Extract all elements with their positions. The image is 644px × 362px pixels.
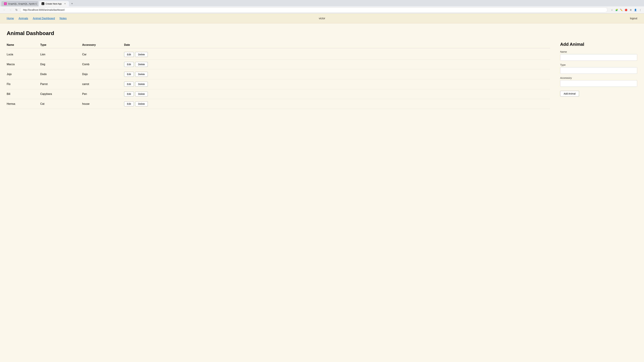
accessory-input[interactable] bbox=[560, 80, 637, 87]
cell-type: Parrot bbox=[40, 83, 82, 86]
forward-button[interactable]: → bbox=[8, 7, 13, 12]
cell-accessory: Comb bbox=[82, 63, 124, 66]
table-row: Lucia Lion Car Edit Delete bbox=[7, 50, 550, 59]
cell-actions: Edit Delete bbox=[124, 52, 158, 57]
cell-accessory: Dojo bbox=[82, 73, 124, 76]
tab-close-next[interactable]: ✕ bbox=[64, 2, 66, 5]
edit-button[interactable]: Edit bbox=[124, 62, 134, 67]
tab-label-graphql: GraphQL, GraphiQL, Apollo C bbox=[8, 2, 37, 5]
cell-accessory: Pen bbox=[82, 92, 124, 95]
cell-name: Lucia bbox=[7, 53, 40, 56]
extension-icon-2[interactable]: ✏️ bbox=[620, 8, 623, 12]
form-group-name: Name bbox=[560, 50, 637, 61]
type-input[interactable] bbox=[560, 67, 637, 74]
edit-button[interactable]: Edit bbox=[124, 91, 134, 96]
tab-bar: G GraphQL, GraphiQL, Apollo C ✕ ▲ Create… bbox=[0, 0, 644, 6]
edit-button[interactable]: Edit bbox=[124, 52, 134, 57]
delete-button[interactable]: Delete bbox=[135, 62, 148, 67]
cell-actions: Edit Delete bbox=[124, 101, 158, 106]
tab-favicon-next: ▲ bbox=[42, 2, 44, 5]
table-row: Jojo Dodo Dojo Edit Delete bbox=[7, 69, 550, 79]
nav-link-home[interactable]: Home bbox=[7, 17, 14, 20]
delete-button[interactable]: Delete bbox=[135, 52, 148, 57]
table-section: Name Type Accessory Date Lucia Lion Car … bbox=[7, 42, 550, 109]
nav-link-animal-dashboard[interactable]: Animal Dashboard bbox=[33, 17, 55, 20]
browser-chrome: G GraphQL, GraphiQL, Apollo C ✕ ▲ Create… bbox=[0, 0, 644, 13]
form-group-accessory: Accessory bbox=[560, 76, 637, 87]
back-button[interactable]: ← bbox=[2, 7, 7, 12]
nav-link-animals[interactable]: Animals bbox=[18, 17, 28, 20]
table-rows: Lucia Lion Car Edit Delete Macca Dog Com… bbox=[7, 50, 550, 109]
tab-graphql[interactable]: G GraphQL, GraphiQL, Apollo C ✕ bbox=[1, 1, 38, 6]
col-header-name: Name bbox=[7, 43, 40, 46]
table-header: Name Type Accessory Date bbox=[7, 42, 550, 48]
name-label: Name bbox=[560, 50, 637, 53]
cell-type: Capybara bbox=[40, 92, 82, 95]
table-row: Macca Dog Comb Edit Delete bbox=[7, 59, 550, 69]
cell-accessory: carrot bbox=[82, 83, 124, 86]
table-row: Flo Parrot carrot Edit Delete bbox=[7, 79, 550, 89]
delete-button[interactable]: Delete bbox=[135, 82, 148, 87]
cell-actions: Edit Delete bbox=[124, 91, 158, 96]
cell-actions: Edit Delete bbox=[124, 62, 158, 67]
name-input[interactable] bbox=[560, 54, 637, 61]
table-row: Hemsa Cat house Edit Delete bbox=[7, 99, 550, 109]
address-text: http://localhost:3000/animals/dashboard bbox=[23, 8, 64, 11]
col-header-accessory: Accessory bbox=[82, 43, 124, 46]
extension-icon-1[interactable]: 🧩 bbox=[615, 8, 618, 12]
accessory-label: Accessory bbox=[560, 76, 637, 79]
tab-create-next-app[interactable]: ▲ Create Next App ✕ bbox=[39, 1, 69, 6]
cell-name: Bili bbox=[7, 92, 40, 95]
edit-button[interactable]: Edit bbox=[124, 101, 134, 106]
browser-icons: ☆ 🧩 ✏️ 🔴 ⚙ 👤 ⋮ bbox=[610, 8, 642, 12]
col-header-date: Date bbox=[124, 43, 158, 46]
cell-accessory: Car bbox=[82, 53, 124, 56]
profile-icon[interactable]: 👤 bbox=[634, 8, 637, 12]
delete-button[interactable]: Delete bbox=[135, 101, 148, 106]
menu-icon[interactable]: ⋮ bbox=[638, 8, 642, 12]
cell-type: Dodo bbox=[40, 73, 82, 76]
cell-name: Flo bbox=[7, 83, 40, 86]
edit-button[interactable]: Edit bbox=[124, 82, 134, 87]
cell-accessory: house bbox=[82, 102, 124, 105]
cell-name: Jojo bbox=[7, 73, 40, 76]
delete-button[interactable]: Delete bbox=[135, 91, 148, 96]
tab-label-next: Create Next App bbox=[46, 2, 62, 5]
extension-icon-4[interactable]: ⚙ bbox=[629, 8, 632, 12]
add-animal-section: Add Animal Name Type Accessory Add Anima… bbox=[560, 42, 637, 96]
cell-type: Cat bbox=[40, 102, 82, 105]
reload-button[interactable]: ↻ bbox=[14, 7, 19, 12]
extension-icon-3[interactable]: 🔴 bbox=[624, 8, 628, 12]
col-header-type: Type bbox=[40, 43, 82, 46]
address-bar[interactable]: http://localhost:3000/animals/dashboard bbox=[20, 7, 608, 12]
bookmark-star-icon[interactable]: ☆ bbox=[610, 8, 614, 12]
page-title: Animal Dashboard bbox=[7, 30, 637, 36]
edit-button[interactable]: Edit bbox=[124, 72, 134, 77]
logout-button[interactable]: logout bbox=[630, 17, 637, 20]
main-content: Animal Dashboard Name Type Accessory Dat… bbox=[0, 23, 644, 116]
new-tab-button[interactable]: + bbox=[70, 1, 74, 6]
add-animal-button[interactable]: Add Animal bbox=[560, 91, 579, 96]
cell-name: Macca bbox=[7, 63, 40, 66]
delete-button[interactable]: Delete bbox=[135, 72, 148, 77]
cell-name: Hemsa bbox=[7, 102, 40, 105]
nav-link-notes[interactable]: Notes bbox=[60, 17, 66, 20]
cell-actions: Edit Delete bbox=[124, 82, 158, 87]
cell-actions: Edit Delete bbox=[124, 72, 158, 77]
cell-type: Lion bbox=[40, 53, 82, 56]
nav-links: Home Animals Animal Dashboard Notes bbox=[7, 17, 66, 20]
cell-type: Dog bbox=[40, 63, 82, 66]
address-bar-row: ← → ↻ http://localhost:3000/animals/dash… bbox=[0, 6, 644, 13]
table-row: Bili Capybara Pen Edit Delete bbox=[7, 89, 550, 99]
nav-user: victor bbox=[319, 17, 325, 20]
layout: Name Type Accessory Date Lucia Lion Car … bbox=[7, 42, 637, 109]
form-group-type: Type bbox=[560, 63, 637, 74]
tab-favicon-graphql: G bbox=[4, 2, 7, 5]
app-navbar: Home Animals Animal Dashboard Notes vict… bbox=[0, 13, 644, 23]
type-label: Type bbox=[560, 63, 637, 66]
add-animal-title: Add Animal bbox=[560, 42, 637, 47]
